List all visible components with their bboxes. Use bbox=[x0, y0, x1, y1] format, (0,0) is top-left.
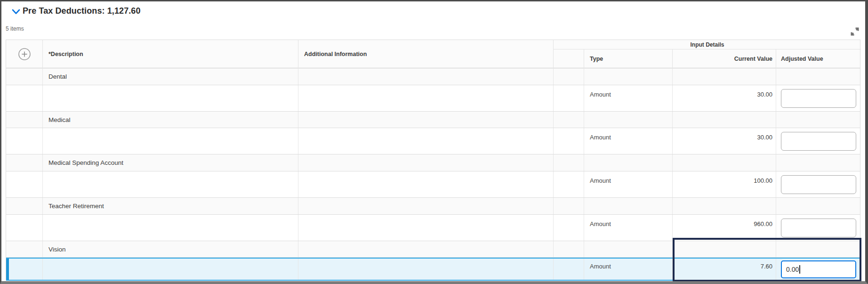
adjusted-value-input[interactable] bbox=[781, 175, 856, 194]
table-header: *Description Additional Information Inpu… bbox=[6, 40, 860, 68]
table-row-medical-label: Medical bbox=[6, 112, 860, 128]
table-row-teacher-retirement-detail: Amount 960.00 bbox=[6, 215, 860, 241]
table-row-teacher-retirement-label: Teacher Retirement bbox=[6, 198, 860, 215]
table-row-vision-detail-selected[interactable]: Amount 7.60 0.00 bbox=[6, 258, 860, 281]
table-row-medical-detail: Amount 30.00 bbox=[6, 128, 860, 154]
current-value-cell: 30.00 bbox=[673, 128, 776, 154]
table-row-dental-label: Dental bbox=[6, 68, 860, 85]
column-header-adjusted-value: Adjusted Value bbox=[776, 49, 861, 68]
type-cell: Amount bbox=[584, 85, 673, 111]
type-cell: Amount bbox=[584, 128, 673, 154]
type-cell: Amount bbox=[584, 215, 673, 241]
column-header-spacer bbox=[554, 49, 584, 68]
adjusted-value-input[interactable] bbox=[781, 132, 856, 151]
column-header-current-value: Current Value bbox=[673, 49, 776, 68]
table-row-vision-label: Vision bbox=[6, 241, 860, 258]
column-header-description: *Description bbox=[43, 40, 298, 68]
type-cell: Amount bbox=[584, 259, 673, 280]
type-cell: Amount bbox=[584, 171, 673, 197]
text-cursor bbox=[799, 265, 800, 274]
chevron-down-icon[interactable] bbox=[12, 8, 20, 15]
add-row-cell bbox=[6, 40, 43, 68]
section-title: Pre Tax Deductions: 1,127.60 bbox=[23, 6, 141, 16]
table-row-medical-spending-account-label: Medical Spending Account bbox=[6, 154, 860, 171]
column-header-additional-information: Additional Information bbox=[298, 40, 554, 68]
table-row-dental-detail: Amount 30.00 bbox=[6, 85, 860, 112]
current-value-cell: 960.00 bbox=[673, 215, 776, 241]
current-value-cell: 30.00 bbox=[673, 85, 776, 111]
adjusted-value-input[interactable] bbox=[781, 89, 856, 108]
pre-tax-deductions-panel: Pre Tax Deductions: 1,127.60 5 items *De… bbox=[0, 0, 868, 284]
add-row-icon[interactable] bbox=[18, 48, 31, 61]
description-cell: Medical bbox=[43, 112, 298, 128]
expand-grid-icon[interactable] bbox=[850, 26, 860, 37]
column-header-type: Type bbox=[584, 49, 673, 68]
description-cell: Teacher Retirement bbox=[43, 198, 298, 214]
deductions-table: *Description Additional Information Inpu… bbox=[6, 40, 860, 281]
adjusted-value-input-focused[interactable]: 0.00 bbox=[781, 260, 856, 278]
description-cell: Medical Spending Account bbox=[43, 154, 298, 171]
items-count: 5 items bbox=[6, 25, 24, 32]
adjusted-value-input[interactable] bbox=[781, 219, 856, 237]
description-cell: Dental bbox=[43, 68, 298, 85]
input-details-group: Input Details Type Current Value Adjuste… bbox=[554, 40, 861, 68]
description-cell: Vision bbox=[43, 241, 298, 257]
selected-row-indicator bbox=[6, 259, 9, 280]
group-header-input-details: Input Details bbox=[554, 40, 861, 49]
adjusted-value-text: 0.00 bbox=[786, 266, 799, 273]
current-value-cell: 100.00 bbox=[673, 171, 776, 197]
current-value-cell: 7.60 bbox=[673, 259, 776, 280]
table-row-medical-spending-account-detail: Amount 100.00 bbox=[6, 171, 860, 198]
